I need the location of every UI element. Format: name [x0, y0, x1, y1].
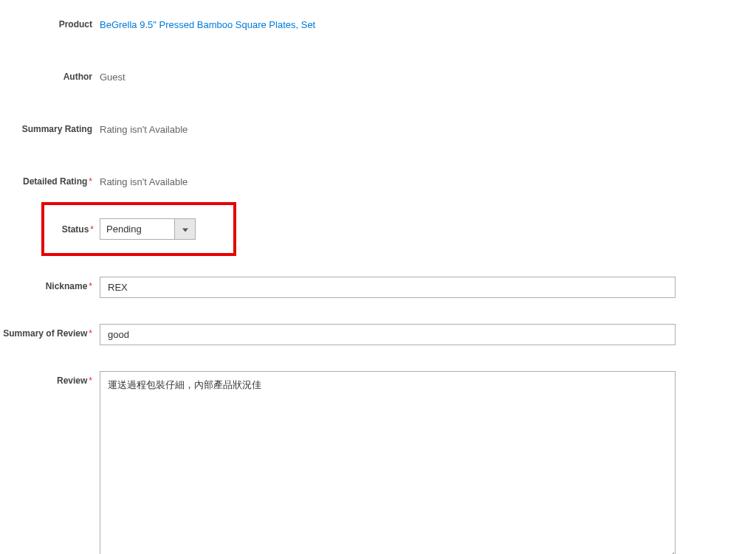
- detailed-rating-text: Rating isn't Available: [100, 176, 188, 187]
- nickname-label: Nickname*: [0, 277, 100, 291]
- required-star: *: [90, 224, 94, 235]
- status-select-value[interactable]: [100, 219, 174, 239]
- author-text: Guest: [100, 72, 126, 83]
- summary-rating-text: Rating isn't Available: [100, 124, 188, 135]
- summary-of-review-row: Summary of Review*: [0, 324, 756, 345]
- review-textarea[interactable]: [100, 371, 676, 554]
- review-label: Review*: [0, 371, 100, 386]
- summary-of-review-value: [100, 324, 756, 345]
- detailed-rating-row: Detailed Rating* Rating isn't Available: [0, 172, 756, 187]
- review-value: [100, 371, 756, 554]
- status-label: Status*: [44, 224, 100, 235]
- required-star: *: [89, 375, 92, 386]
- author-value: Guest: [100, 67, 756, 83]
- product-label: Product: [0, 15, 100, 30]
- review-row: Review*: [0, 371, 756, 554]
- author-row: Author Guest: [0, 67, 756, 83]
- detailed-rating-value: Rating isn't Available: [100, 172, 756, 187]
- required-star: *: [89, 176, 92, 187]
- summary-of-review-input[interactable]: [100, 324, 676, 345]
- product-value: BeGrella 9.5" Pressed Bamboo Square Plat…: [100, 15, 756, 30]
- status-select-arrow[interactable]: [174, 219, 195, 239]
- chevron-down-icon: [182, 224, 188, 235]
- status-highlight-box: Status*: [41, 202, 236, 256]
- product-row: Product BeGrella 9.5" Pressed Bamboo Squ…: [0, 15, 756, 30]
- summary-of-review-label: Summary of Review*: [0, 324, 100, 339]
- required-star: *: [89, 328, 92, 339]
- author-label: Author: [0, 67, 100, 82]
- required-star: *: [89, 281, 92, 291]
- summary-rating-row: Summary Rating Rating isn't Available: [0, 120, 756, 135]
- detailed-rating-label: Detailed Rating*: [0, 172, 100, 187]
- nickname-input[interactable]: [100, 277, 676, 298]
- summary-rating-label: Summary Rating: [0, 120, 100, 134]
- nickname-value: [100, 277, 756, 298]
- summary-rating-value: Rating isn't Available: [100, 120, 756, 135]
- status-select[interactable]: [100, 218, 196, 240]
- product-link[interactable]: BeGrella 9.5" Pressed Bamboo Square Plat…: [100, 19, 315, 30]
- nickname-row: Nickname*: [0, 277, 756, 298]
